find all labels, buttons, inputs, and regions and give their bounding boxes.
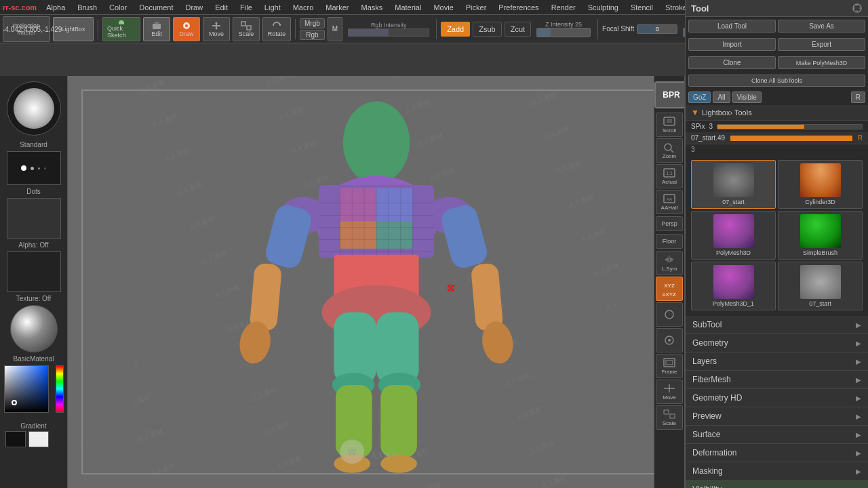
intensity-slider[interactable] (348, 28, 429, 37)
color-hue-bar[interactable] (56, 365, 64, 413)
layers-accordion[interactable]: Layers ▶ (686, 352, 868, 371)
subtool-item-simplebrush[interactable]: SimpleBrush (778, 211, 863, 260)
clone-btn[interactable]: Clone (688, 56, 776, 69)
menu-edit[interactable]: Edit (212, 2, 231, 13)
focal-shift-bar[interactable]: 0 (637, 24, 677, 34)
persp-btn[interactable]: Persp (656, 216, 683, 231)
layers-header[interactable]: Layers ▶ (686, 352, 868, 370)
menu-draw[interactable]: Draw (182, 2, 205, 13)
subtool-accordion[interactable]: SubTool ▶ (686, 316, 868, 334)
masking-accordion[interactable]: Masking ▶ (686, 462, 868, 481)
zsub-btn[interactable]: Zsub (473, 22, 501, 37)
surface-header[interactable]: Surface ▶ (686, 426, 868, 443)
zoom-btn[interactable]: Zoom (656, 138, 683, 163)
menu-document[interactable]: Document (136, 2, 176, 13)
deformation-header[interactable]: Deformation ▶ (686, 444, 868, 462)
rt-scale-btn[interactable]: Scale (656, 405, 683, 430)
color-square[interactable] (4, 365, 49, 413)
subtool-item-polymesh1[interactable]: PolyMesh3D_1 (691, 262, 776, 310)
geometry-accordion[interactable]: Geometry ▶ (686, 334, 868, 352)
load-tool-btn[interactable]: Load Tool (688, 20, 776, 33)
masking-header[interactable]: Masking ▶ (686, 462, 868, 480)
material-preview[interactable] (10, 305, 58, 352)
move-btn[interactable]: Move (203, 17, 230, 41)
rt-btn-circle1[interactable] (656, 302, 683, 327)
edit-icon (151, 21, 162, 30)
subtool-item-polymesh[interactable]: PolyMesh3D (691, 211, 776, 260)
menu-light[interactable]: Light (262, 2, 283, 13)
swatch-black[interactable] (5, 431, 26, 447)
draw-btn[interactable]: Draw (173, 17, 200, 41)
fibermesh-header[interactable]: FiberMesh ▶ (686, 371, 868, 388)
z-intensity-bar[interactable] (536, 28, 591, 37)
menu-brush[interactable]: Brush (75, 2, 100, 13)
menu-movie[interactable]: Movie (431, 2, 456, 13)
start-label: 07_start. (691, 134, 717, 142)
deformation-accordion[interactable]: Deformation ▶ (686, 444, 868, 462)
geometryhd-accordion[interactable]: Geometry HD ▶ (686, 389, 868, 407)
m-btn[interactable]: M (328, 17, 342, 41)
texture-preview[interactable] (7, 251, 61, 292)
import-btn[interactable]: Import (688, 38, 776, 51)
subtool-header[interactable]: SubTool ▶ (686, 316, 868, 333)
subtool-item-cylinder[interactable]: Cylinder3D (778, 160, 863, 209)
scroll-btn[interactable]: Scroll (656, 113, 683, 137)
geometryhd-header[interactable]: Geometry HD ▶ (686, 389, 868, 407)
rgb-btn[interactable]: Rgb (300, 30, 325, 40)
menu-sculpting[interactable]: Sculpting (585, 2, 621, 13)
rt-move-btn[interactable]: Move (656, 380, 683, 404)
clone-all-btn[interactable]: Clone All SubTools (688, 75, 865, 87)
export-btn[interactable]: Export (778, 38, 865, 51)
menu-macro[interactable]: Macro (290, 2, 317, 13)
surface-accordion[interactable]: Surface ▶ (686, 426, 868, 444)
menu-masks[interactable]: Masks (359, 2, 386, 13)
menu-material[interactable]: Material (392, 2, 424, 13)
actual-btn[interactable]: 1:1 Actual (656, 164, 683, 188)
r-btn[interactable]: R (851, 92, 865, 103)
visible-btn[interactable]: Visible (732, 92, 762, 103)
main-canvas[interactable]: 人人素材 (68, 76, 685, 488)
xyz-btn[interactable]: XYZ oXYZ (656, 277, 683, 301)
menu-marker[interactable]: Marker (323, 2, 351, 13)
dots-preview[interactable] (7, 151, 61, 185)
brush-preview[interactable] (7, 81, 61, 136)
subtool-item-start1[interactable]: 07_start (691, 160, 776, 209)
zcut-btn[interactable]: Zcut (505, 22, 531, 37)
geometry-header[interactable]: Geometry ▶ (686, 334, 868, 352)
lsym-btn[interactable]: L.Sym (656, 251, 683, 275)
frame-btn[interactable]: Frame (656, 354, 683, 378)
spix-bar[interactable] (717, 124, 863, 129)
bpr-button[interactable]: BPR (654, 81, 685, 108)
visibility-header[interactable]: Visibility ▼ (686, 481, 868, 488)
preview-accordion[interactable]: Preview ▶ (686, 407, 868, 426)
scale-btn[interactable]: Scale (233, 17, 260, 41)
lightbox-tools-header[interactable]: ▼ Lightbox› Tools (686, 105, 868, 121)
swatch-white[interactable] (28, 431, 49, 447)
alpha-preview[interactable] (7, 198, 61, 239)
zadd-btn[interactable]: Zadd (441, 22, 470, 37)
menu-picker[interactable]: Picker (463, 2, 490, 13)
preview-header[interactable]: Preview ▶ (686, 407, 868, 425)
floor-btn[interactable]: Floor (656, 234, 683, 249)
quick-sketch-btn[interactable]: Quick Sketch (102, 17, 140, 41)
save-as-btn[interactable]: Save As (778, 20, 865, 33)
all-btn[interactable]: All (713, 92, 730, 103)
color-picker[interactable] (4, 365, 64, 420)
rotate-btn[interactable]: Rotate (262, 17, 291, 41)
goz-btn[interactable]: GoZ (688, 92, 711, 103)
mrgb-btn[interactable]: Mrgb (300, 18, 325, 28)
menu-preferences[interactable]: Preferences (496, 2, 541, 13)
subtool-item-start2[interactable]: 07_start (778, 262, 863, 310)
menu-file[interactable]: File (237, 2, 255, 13)
fibermesh-accordion[interactable]: FiberMesh ▶ (686, 371, 868, 389)
menu-color[interactable]: Color (106, 2, 130, 13)
aahalf-btn[interactable]: AA AAHalf (656, 190, 683, 214)
menu-alpha[interactable]: Alpha (43, 2, 68, 13)
z-intensity-label: Z Intensity 25 (545, 21, 582, 28)
edit-btn[interactable]: Edit (143, 17, 170, 41)
menu-stencil[interactable]: Stencil (628, 2, 656, 13)
make-polymesh-btn[interactable]: Make PolyMesh3D (778, 56, 865, 69)
rt-btn-circle2[interactable] (656, 328, 683, 352)
tool-settings-icon[interactable] (852, 3, 863, 14)
menu-render[interactable]: Render (549, 2, 578, 13)
